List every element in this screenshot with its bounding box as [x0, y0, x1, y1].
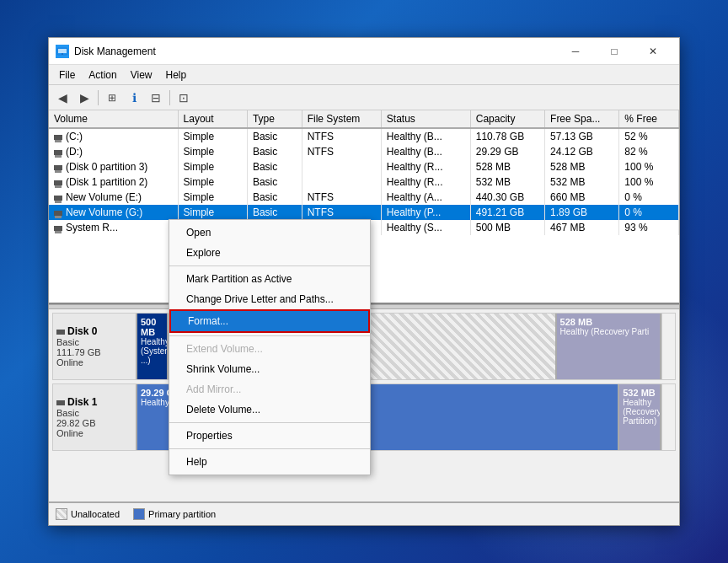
ctx-properties[interactable]: Properties — [169, 426, 370, 446]
table-cell: Healthy (R... — [381, 159, 470, 174]
table-cell: Simple — [178, 205, 247, 220]
disk-info: Disk 1 Basic 29.82 GB Online — [53, 384, 137, 450]
table-row[interactable]: New Volume (G:)SimpleBasicNTFSHealthy (P… — [49, 205, 679, 220]
table-cell: Healthy (R... — [381, 174, 470, 190]
table-cell: Simple — [178, 190, 247, 205]
menu-file[interactable]: File — [52, 67, 82, 83]
table-cell: System R... — [49, 220, 178, 235]
col-free[interactable]: Free Spa... — [545, 110, 619, 128]
col-filesystem[interactable]: File System — [302, 110, 381, 128]
volumes-table: Volume Layout Type File System Status Ca… — [49, 110, 679, 235]
table-cell: 660 MB — [545, 190, 619, 205]
table-cell: Basic — [247, 128, 302, 144]
table-cell: (D:) — [49, 144, 178, 159]
table-cell: 528 MB — [545, 159, 619, 174]
legend-label-primary: Primary partition — [148, 509, 216, 519]
toolbar-forward[interactable]: ▶ — [74, 88, 94, 107]
table-cell: 440.30 GB — [470, 190, 544, 205]
table-cell: 532 MB — [470, 174, 544, 190]
col-status[interactable]: Status — [381, 110, 470, 128]
table-cell: 100 % — [619, 159, 679, 174]
svg-rect-1 — [58, 49, 67, 53]
table-cell: Basic — [247, 205, 302, 220]
svg-point-2 — [62, 53, 63, 55]
close-button[interactable]: ✕ — [634, 38, 672, 65]
legend-primary: Primary partition — [133, 508, 216, 520]
menu-action[interactable]: Action — [82, 67, 123, 83]
table-cell: NTFS — [302, 205, 381, 220]
table-row[interactable]: New Volume (E:)SimpleBasicNTFSHealthy (A… — [49, 190, 679, 205]
table-cell: Healthy (B... — [381, 128, 470, 144]
disk-status: Online — [56, 428, 132, 438]
table-cell: 57.13 GB — [545, 128, 619, 144]
toolbar-collapse[interactable]: ⊟ — [146, 88, 166, 107]
table-row[interactable]: (D:)SimpleBasicNTFSHealthy (B...29.29 GB… — [49, 144, 679, 159]
table-cell: Simple — [178, 174, 247, 190]
ctx-add-mirror: Add Mirror... — [169, 379, 370, 399]
disk-info: Disk 0 Basic 111.79 GB Online — [53, 314, 137, 379]
table-cell: Basic — [247, 144, 302, 159]
ctx-open[interactable]: Open — [169, 223, 370, 243]
ctx-explore[interactable]: Explore — [169, 243, 370, 263]
toolbar-grid[interactable]: ⊞ — [102, 88, 122, 107]
ctx-sep-3 — [169, 422, 370, 423]
table-cell: 1.89 GB — [545, 205, 619, 220]
legend-bar: Unallocated Primary partition — [49, 501, 679, 525]
table-cell: NTFS — [302, 128, 381, 144]
ctx-shrink[interactable]: Shrink Volume... — [169, 359, 370, 379]
table-cell: Healthy (B... — [381, 144, 470, 159]
table-cell: 52 % — [619, 128, 679, 144]
ctx-mark-active[interactable]: Mark Partition as Active — [169, 269, 370, 289]
col-type[interactable]: Type — [247, 110, 302, 128]
partition-cell[interactable]: 532 MB Healthy (Recovery Partition) — [619, 384, 661, 450]
table-cell: NTFS — [302, 190, 381, 205]
ctx-sep-1 — [169, 265, 370, 266]
title-bar: Disk Management ─ □ ✕ — [49, 38, 679, 65]
partition-sublabel: Healthy (Recovery Partition) — [623, 398, 656, 426]
menu-view[interactable]: View — [124, 67, 159, 83]
ctx-help[interactable]: Help — [169, 452, 370, 472]
table-row[interactable]: (C:)SimpleBasicNTFSHealthy (B...110.78 G… — [49, 128, 679, 144]
table-cell: Simple — [178, 159, 247, 174]
table-cell: New Volume (G:) — [49, 205, 178, 220]
scroll-area[interactable] — [661, 384, 675, 450]
ctx-sep-2 — [169, 335, 370, 336]
col-volume[interactable]: Volume — [49, 110, 178, 128]
ctx-delete[interactable]: Delete Volume... — [169, 399, 370, 420]
disk-type: Basic — [56, 408, 132, 418]
col-layout[interactable]: Layout — [178, 110, 247, 128]
table-row[interactable]: (Disk 1 partition 2)SimpleBasicHealthy (… — [49, 174, 679, 190]
legend-box-primary — [133, 508, 145, 520]
toolbar-back[interactable]: ◀ — [52, 88, 72, 107]
col-pct[interactable]: % Free — [619, 110, 679, 128]
minimize-button[interactable]: ─ — [556, 38, 595, 65]
partition-cell[interactable]: 500 MB Healthy (System, ...) — [137, 314, 169, 379]
toolbar-expand[interactable]: ⊡ — [174, 88, 194, 107]
disk-label: Disk 1 — [56, 396, 132, 408]
disk-management-window: Disk Management ─ □ ✕ File Action View H… — [48, 37, 680, 526]
ctx-format[interactable]: Format... — [169, 309, 370, 333]
table-cell: 100 % — [619, 174, 679, 190]
disk-size: 111.79 GB — [56, 347, 132, 357]
table-cell: 110.78 GB — [470, 128, 544, 144]
partition-sublabel: Healthy (Recovery Parti — [560, 327, 656, 336]
table-cell: Healthy (A... — [381, 190, 470, 205]
scroll-area[interactable] — [661, 314, 675, 379]
table-cell — [302, 159, 381, 174]
maximize-button[interactable]: □ — [595, 38, 634, 65]
table-cell: 93 % — [619, 220, 679, 235]
table-cell: (Disk 1 partition 2) — [49, 174, 178, 190]
table-cell: 491.21 GB — [470, 205, 544, 220]
ctx-extend: Extend Volume... — [169, 339, 370, 359]
table-cell — [302, 174, 381, 190]
menu-help[interactable]: Help — [159, 67, 194, 83]
col-capacity[interactable]: Capacity — [470, 110, 544, 128]
table-cell: 29.29 GB — [470, 144, 544, 159]
window-controls: ─ □ ✕ — [556, 38, 672, 65]
toolbar-info[interactable]: ℹ — [124, 88, 144, 107]
partition-cell[interactable]: 528 MB Healthy (Recovery Parti — [557, 314, 661, 379]
ctx-sep-4 — [169, 448, 370, 449]
partition-label: 528 MB — [560, 317, 656, 327]
ctx-change-letter[interactable]: Change Drive Letter and Paths... — [169, 289, 370, 309]
table-row[interactable]: (Disk 0 partition 3)SimpleBasicHealthy (… — [49, 159, 679, 174]
